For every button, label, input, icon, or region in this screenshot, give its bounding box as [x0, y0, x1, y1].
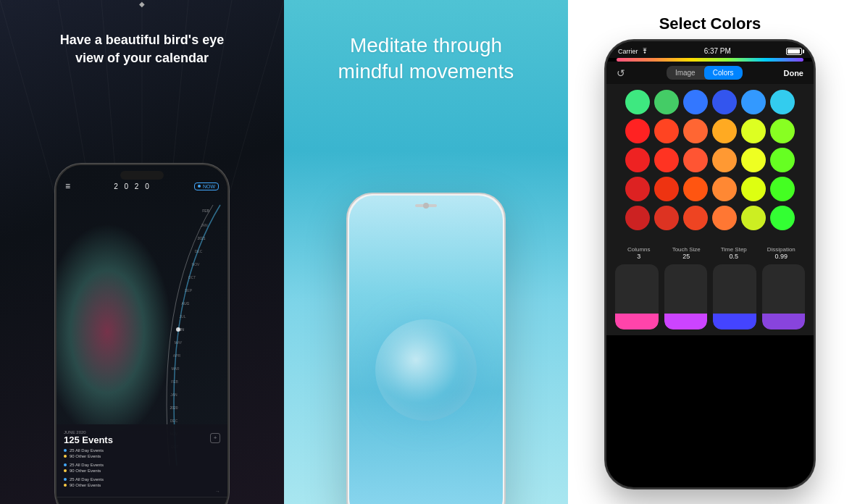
event-dot-1: [64, 449, 67, 452]
color-circle[interactable]: [712, 177, 737, 201]
svg-text:APR: APR: [173, 353, 181, 358]
events-header: JUNE 2020 125 Events +: [64, 430, 220, 445]
svg-text:JAN: JAN: [201, 223, 208, 227]
slider-label-time-step: Time Step 0.5: [710, 246, 758, 260]
color-row-1: [615, 90, 805, 114]
now-badge: NOW: [194, 182, 219, 190]
color-circle[interactable]: [741, 148, 766, 172]
phone-screen-2: [349, 196, 503, 504]
slider-fill-touch-size: [664, 314, 708, 329]
svg-text:2021: 2021: [197, 236, 205, 240]
color-row-5: [615, 206, 805, 230]
event-dot-2: [64, 455, 67, 458]
sliders-row: [615, 264, 805, 329]
slider-dissipation[interactable]: [762, 264, 806, 329]
color-circle[interactable]: [625, 148, 650, 172]
svg-text:MAR: MAR: [171, 366, 180, 371]
color-circle[interactable]: [654, 119, 679, 143]
diamond-icon: ◆: [139, 0, 145, 8]
svg-text:NOV: NOV: [192, 262, 201, 266]
toolbar: ↺ Image Colors Done: [606, 62, 814, 84]
svg-text:SEP: SEP: [185, 288, 193, 293]
tab-image[interactable]: Image: [667, 66, 704, 80]
panel2-title: Meditate throughmindful movements: [338, 33, 514, 85]
panel-colors: Select Colors Carrier 6:37 PM: [568, 0, 852, 504]
color-circle[interactable]: [625, 177, 650, 201]
tab-colors[interactable]: Colors: [704, 66, 743, 80]
slider-columns[interactable]: [615, 264, 659, 329]
color-circle[interactable]: [654, 177, 679, 201]
phone-mockup-3: Carrier 6:37 PM ↺ Image: [605, 40, 815, 489]
battery-fill: [788, 49, 800, 54]
slider-label-touch-size: Touch Size 25: [663, 246, 711, 260]
slider-fill-dissipation: [762, 314, 806, 329]
phone-screen-3: Carrier 6:37 PM ↺ Image: [606, 41, 814, 487]
panel1-title: Have a beautiful bird's eyeview of your …: [60, 31, 224, 67]
phone-mockup-1: ≡ 2 0 2 0 NOW FEB JAN 2021 DEC NOV OCT: [55, 164, 229, 504]
color-circle[interactable]: [625, 90, 650, 114]
color-circle[interactable]: [712, 90, 737, 114]
color-circle[interactable]: [654, 206, 679, 230]
slider-fill-time-step: [713, 314, 756, 329]
color-row-4: [615, 177, 805, 201]
color-circle[interactable]: [683, 177, 708, 201]
color-circle[interactable]: [741, 206, 766, 230]
svg-text:OCT: OCT: [188, 275, 196, 280]
event-dot-6: [64, 484, 67, 487]
svg-text:2020: 2020: [170, 406, 178, 410]
color-circle[interactable]: [770, 119, 795, 143]
color-circle[interactable]: [625, 206, 650, 230]
add-event-button[interactable]: +: [210, 433, 220, 443]
more-arrow: →: [64, 489, 220, 494]
phone-mockup-2: [346, 193, 506, 504]
color-row-2: [615, 119, 805, 143]
event-row-3: 25 All Day Events: [64, 463, 220, 467]
sliders-section: Columns 3 Touch Size 25 Time Step 0.5 Di…: [606, 240, 814, 335]
svg-text:MAY: MAY: [175, 340, 183, 345]
panel-meditate: Meditate throughmindful movements: [284, 0, 568, 504]
panel3-title: Select Colors: [659, 14, 761, 33]
svg-text:FEB: FEB: [202, 209, 209, 213]
color-circle[interactable]: [712, 119, 737, 143]
hamburger-icon: ≡: [65, 181, 71, 191]
event-dot-5: [64, 478, 67, 481]
event-row-6: 90 Other Events: [64, 483, 220, 487]
color-circle[interactable]: [741, 119, 766, 143]
color-circle[interactable]: [654, 148, 679, 172]
color-circle[interactable]: [770, 177, 795, 201]
svg-text:FEB: FEB: [171, 379, 178, 384]
event-row-2: 90 Other Events: [64, 454, 220, 458]
color-circle[interactable]: [712, 148, 737, 172]
refresh-button[interactable]: ↺: [617, 67, 625, 79]
slider-time-step[interactable]: [713, 264, 756, 329]
plus-icon: +: [214, 434, 217, 441]
status-bar: Carrier 6:37 PM: [606, 41, 814, 58]
color-circle[interactable]: [741, 177, 766, 201]
color-circle[interactable]: [683, 90, 708, 114]
color-circle[interactable]: [770, 206, 795, 230]
phone-header-1: ≡ 2 0 2 0 NOW: [57, 181, 227, 191]
event-row-1: 25 All Day Events: [64, 448, 220, 453]
done-button[interactable]: Done: [783, 69, 803, 77]
battery-icon: [786, 48, 802, 55]
color-circle[interactable]: [770, 90, 795, 114]
slider-label-dissipation: Dissipation 0.99: [758, 246, 806, 260]
events-date-label: JUNE 2020 125 Events: [64, 430, 113, 445]
color-circle[interactable]: [683, 206, 708, 230]
svg-text:JAN: JAN: [170, 392, 178, 397]
svg-text:DEC: DEC: [170, 419, 178, 423]
svg-text:DEC: DEC: [195, 249, 203, 253]
color-circle[interactable]: [770, 148, 795, 172]
phone-camera-2: [423, 203, 429, 209]
color-circle[interactable]: [712, 206, 737, 230]
now-dot: [198, 185, 201, 188]
color-circle[interactable]: [683, 119, 708, 143]
svg-point-17: [176, 327, 180, 332]
color-circle[interactable]: [741, 90, 766, 114]
color-circle[interactable]: [654, 90, 679, 114]
color-circle[interactable]: [683, 148, 708, 172]
meditation-circle: [375, 319, 477, 421]
phone-notch-1: [120, 171, 164, 180]
slider-touch-size[interactable]: [664, 264, 708, 329]
color-circle[interactable]: [625, 119, 650, 143]
